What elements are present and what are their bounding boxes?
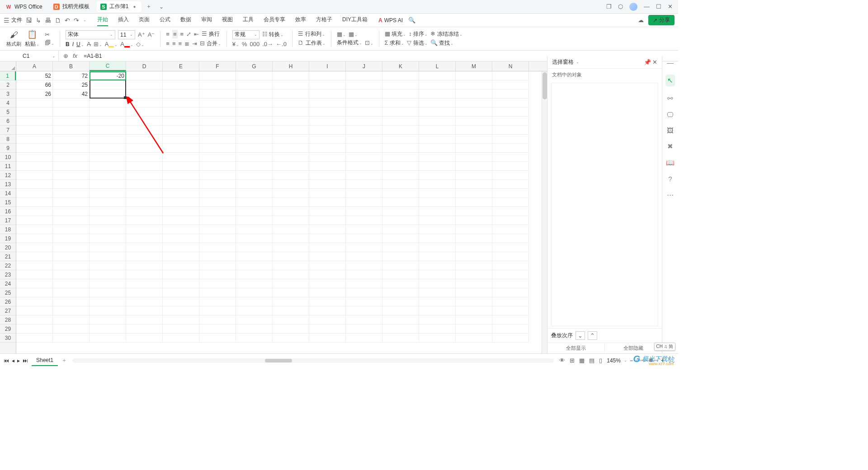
tab-vip[interactable]: 会员专享	[264, 14, 285, 26]
zoom-in-icon[interactable]: +	[661, 357, 664, 364]
row-header[interactable]: 24	[0, 279, 16, 288]
cell[interactable]	[273, 315, 309, 324]
tab-fangge[interactable]: 方格子	[316, 14, 332, 26]
styles-icon[interactable]: ▦⌄	[349, 31, 358, 38]
cell[interactable]	[126, 297, 163, 306]
cell[interactable]	[346, 89, 382, 99]
cell[interactable]	[456, 261, 492, 270]
prev-sheet-icon[interactable]: ◂	[12, 357, 14, 364]
cell[interactable]	[456, 71, 492, 80]
next-sheet-icon[interactable]: ▸	[17, 357, 20, 364]
cell[interactable]	[236, 171, 273, 180]
image-icon[interactable]: 🖼	[667, 127, 674, 134]
row-header[interactable]: 19	[0, 234, 16, 243]
sort-button[interactable]: ↕ 排序⌄	[409, 30, 428, 38]
cell[interactable]	[163, 126, 199, 135]
show-all-button[interactable]: 全部显示	[547, 343, 605, 353]
cell[interactable]	[163, 315, 199, 324]
cell[interactable]	[53, 144, 90, 153]
cell[interactable]	[492, 261, 529, 270]
cell[interactable]	[419, 306, 456, 315]
tools-icon[interactable]: ✖	[667, 142, 673, 150]
cell[interactable]	[273, 99, 309, 108]
row-header[interactable]: 23	[0, 270, 16, 279]
row-header[interactable]: 22	[0, 261, 16, 270]
cell[interactable]	[309, 80, 346, 89]
cell[interactable]	[492, 198, 529, 207]
col-header[interactable]: J	[346, 61, 382, 71]
cell[interactable]	[492, 315, 529, 324]
cell[interactable]	[53, 126, 90, 135]
cell[interactable]	[273, 252, 309, 261]
cell[interactable]	[382, 171, 419, 180]
cell[interactable]	[163, 153, 199, 162]
cell[interactable]	[273, 126, 309, 135]
cell[interactable]	[492, 243, 529, 252]
col-header[interactable]: I	[309, 61, 346, 71]
dec-dec-icon[interactable]: ←.0	[276, 41, 287, 47]
cell[interactable]	[456, 117, 492, 126]
cell[interactable]	[456, 171, 492, 180]
row-header[interactable]: 17	[0, 216, 16, 225]
cell[interactable]	[16, 162, 53, 171]
tab-workbook[interactable]: S 工作簿1 ●	[97, 1, 142, 12]
cell[interactable]	[456, 144, 492, 153]
cell[interactable]	[163, 189, 199, 198]
align-center-icon[interactable]: ≡	[172, 40, 176, 47]
cell[interactable]	[53, 180, 90, 189]
cell[interactable]	[90, 117, 126, 126]
cell[interactable]	[163, 279, 199, 288]
cell[interactable]	[236, 153, 273, 162]
cell[interactable]	[309, 252, 346, 261]
cell[interactable]	[53, 306, 90, 315]
cell[interactable]	[419, 252, 456, 261]
cell[interactable]	[163, 135, 199, 144]
col-header[interactable]: L	[419, 61, 456, 71]
cell[interactable]	[199, 279, 236, 288]
cell[interactable]	[309, 243, 346, 252]
cell[interactable]	[492, 279, 529, 288]
increase-font-icon[interactable]: A⁺	[138, 31, 145, 38]
cell[interactable]	[346, 306, 382, 315]
cell[interactable]	[382, 117, 419, 126]
cell[interactable]	[199, 153, 236, 162]
cell[interactable]	[346, 270, 382, 279]
cell[interactable]	[346, 71, 382, 80]
cell[interactable]	[382, 270, 419, 279]
cell[interactable]	[456, 180, 492, 189]
cell[interactable]	[456, 207, 492, 216]
cell[interactable]: 42	[53, 89, 90, 99]
cell[interactable]	[199, 135, 236, 144]
horizontal-scrollbar[interactable]	[72, 358, 554, 363]
cell[interactable]	[346, 171, 382, 180]
cell[interactable]	[126, 89, 163, 99]
cell[interactable]: -20	[90, 71, 126, 80]
cell[interactable]	[346, 198, 382, 207]
row-header[interactable]: 27	[0, 306, 16, 315]
clear-format-icon[interactable]: ◇⌄	[136, 41, 144, 47]
tab-data[interactable]: 数据	[180, 14, 191, 26]
cell[interactable]	[309, 288, 346, 297]
cell[interactable]	[309, 315, 346, 324]
cell[interactable]	[199, 162, 236, 171]
cell[interactable]	[492, 288, 529, 297]
cell[interactable]	[53, 288, 90, 297]
cell[interactable]	[53, 234, 90, 243]
qa-dropdown-icon[interactable]: ⌄	[83, 18, 86, 22]
cell[interactable]	[90, 189, 126, 198]
cell[interactable]	[90, 279, 126, 288]
cell[interactable]	[163, 99, 199, 108]
row-headers[interactable]: 1234567891011121314151617181920212223242…	[0, 71, 16, 353]
cell[interactable]	[199, 234, 236, 243]
cell[interactable]: 66	[16, 80, 53, 89]
cell[interactable]	[163, 180, 199, 189]
cell[interactable]	[456, 108, 492, 117]
cell[interactable]	[53, 135, 90, 144]
cell[interactable]	[346, 162, 382, 171]
cell[interactable]	[163, 207, 199, 216]
cell[interactable]	[53, 153, 90, 162]
export-icon[interactable]: ↳	[36, 17, 41, 24]
cell[interactable]	[90, 162, 126, 171]
cell[interactable]	[16, 216, 53, 225]
cell[interactable]	[236, 89, 273, 99]
